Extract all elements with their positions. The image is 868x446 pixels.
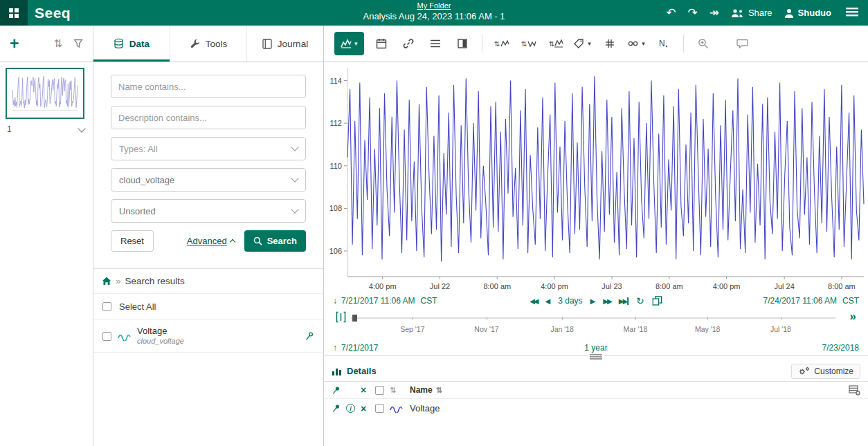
pin-icon[interactable] [305, 331, 314, 341]
copy-range-icon[interactable] [652, 296, 662, 306]
display-range-end[interactable]: 7/24/2017 11:06 AM CST [763, 296, 859, 306]
investigate-duration[interactable]: 1 year [584, 343, 607, 353]
tab-journal[interactable]: Journal [247, 26, 323, 62]
x-tick-label: Jul 24 [774, 282, 794, 290]
investigate-start[interactable]: ↑ 7/21/2017 [333, 343, 378, 353]
table-options-button[interactable] [849, 385, 860, 396]
pin-icon [332, 386, 341, 395]
panel-tabs: Data Tools Journal [93, 26, 323, 62]
reset-button[interactable]: Reset [111, 230, 154, 252]
search-button[interactable]: Search [244, 230, 306, 252]
trend-view-button[interactable]: ▾ [334, 32, 364, 55]
result-item-name[interactable]: Voltage [137, 326, 184, 337]
description-contains-input[interactable] [111, 106, 306, 129]
separate-axes-button[interactable]: ⇅ [519, 32, 539, 55]
row-info-cell[interactable]: i [346, 404, 361, 413]
trend-content: ▾ ⇅ ⇅ ⇅ [324, 26, 868, 446]
name-column-header[interactable]: Name ⇅ [410, 385, 442, 395]
trend-chart-area[interactable]: 1061081101121144:00 pmJul 228:00 am4:00 … [324, 62, 868, 292]
breadcrumb-folder-link[interactable]: My Folder [363, 1, 505, 11]
display-duration[interactable]: 3 days [558, 296, 582, 306]
labels-button[interactable]: ▾ [573, 32, 593, 55]
annotate-button[interactable] [733, 32, 752, 55]
search-results-section: » Search results Select All Voltage clou… [93, 268, 323, 353]
row-pin-cell[interactable] [332, 404, 346, 413]
date-range-button[interactable] [372, 32, 391, 55]
tab-data[interactable]: Data [93, 26, 170, 62]
x-tick-label: 4:00 pm [541, 282, 568, 290]
zoom-button[interactable] [694, 32, 713, 55]
auto-update-icon[interactable]: ↻ [636, 295, 644, 306]
timeline-tick [781, 317, 781, 320]
select-all-checkbox[interactable] [102, 302, 111, 311]
types-select[interactable]: Types: All [111, 137, 306, 160]
timeline-tick-label: Jan '18 [550, 325, 574, 333]
journal-book-icon [262, 39, 272, 49]
single-lane-button[interactable]: ⇅ [546, 32, 566, 55]
timeline-start-handle[interactable] [336, 311, 346, 323]
add-worksheet-button[interactable]: + [10, 36, 19, 52]
types-select-value: Types: All [119, 144, 158, 154]
row-icon-cell [390, 404, 410, 413]
worksheet-chevron-down-icon[interactable] [78, 124, 85, 132]
samples-button[interactable]: ▾ [627, 32, 647, 55]
redo-icon[interactable]: ↷ [687, 7, 697, 19]
result-item[interactable]: Voltage cloud_voltage [93, 320, 323, 353]
single-lane-icon: ⇅ [548, 39, 563, 48]
separate-lanes-button[interactable]: ⇅ [492, 32, 512, 55]
step-back-half-icon[interactable]: ◀ [545, 297, 551, 305]
sort-select[interactable]: Unsorted [111, 199, 306, 223]
step-forward-full-icon[interactable]: ▶▶ [603, 297, 611, 305]
chevron-down-icon: ▾ [588, 41, 591, 47]
search-panel: Data Tools Journal Types: All cloud_volt… [93, 26, 324, 446]
investigate-timeline[interactable]: » Sep '17Nov '17Jan '18Mar '18May '18Jul… [333, 310, 859, 340]
details-table-row[interactable]: i × Voltage [324, 399, 868, 418]
svg-text:⇅: ⇅ [549, 40, 554, 48]
row-checkbox[interactable] [375, 404, 384, 413]
sort-column-header[interactable]: ⇅ [390, 386, 410, 395]
worksheet-thumbnail[interactable] [6, 68, 84, 119]
home-icon[interactable] [102, 277, 111, 286]
select-all-row: Select All [93, 294, 323, 320]
timeline-end-handle[interactable]: » [850, 310, 856, 324]
filter-worksheets-icon[interactable] [73, 39, 83, 48]
step-back-full-icon[interactable]: ◀◀ [530, 297, 537, 305]
splitter-handle-icon[interactable] [588, 353, 604, 361]
report-button[interactable] [453, 32, 472, 55]
timeline-display-window[interactable] [352, 315, 357, 322]
investigate-end[interactable]: 7/23/2018 [822, 343, 859, 353]
app-launcher-button[interactable] [0, 0, 28, 26]
table-view-button[interactable] [426, 32, 445, 55]
row-remove-cell[interactable]: × [361, 404, 375, 414]
trend-series-line[interactable] [347, 76, 864, 261]
hamburger-menu-icon[interactable] [846, 7, 858, 19]
display-range-start[interactable]: ↓ 7/21/2017 11:06 AM CST [333, 296, 437, 306]
step-forward-half-icon[interactable]: ▶ [590, 297, 596, 305]
share-button[interactable]: Share [731, 8, 772, 18]
details-chart-icon [332, 366, 342, 375]
select-all-rows-checkbox[interactable] [375, 386, 384, 395]
step-to-end-icon[interactable]: ▶▶ [619, 297, 629, 305]
customize-button[interactable]: Customize [791, 364, 860, 379]
chevron-down-icon [291, 174, 298, 182]
search-results-header: » Search results [93, 269, 323, 294]
number-format-button[interactable]: N [654, 32, 673, 55]
zoom-in-icon [698, 38, 709, 49]
row-name[interactable]: Voltage [410, 403, 440, 414]
datasource-select[interactable]: cloud_voltage [111, 168, 306, 192]
reorder-worksheets-icon[interactable]: ⇅ [53, 37, 62, 50]
undo-icon[interactable]: ↶ [666, 7, 676, 19]
advanced-link[interactable]: Advanced [187, 236, 235, 246]
name-contains-input[interactable] [111, 75, 306, 98]
panel-splitter[interactable] [324, 355, 868, 361]
gridlines-button[interactable] [600, 32, 620, 55]
pin-column-header[interactable] [332, 386, 346, 395]
remove-column-header[interactable]: × [361, 385, 375, 395]
timeline-track[interactable] [351, 317, 835, 319]
tab-tools[interactable]: Tools [170, 26, 247, 62]
result-item-checkbox[interactable] [102, 332, 111, 341]
link-button[interactable] [399, 32, 418, 55]
thumb-series-line [12, 76, 78, 108]
forward-all-icon[interactable]: ↠ [709, 7, 719, 19]
user-menu[interactable]: Shuduo [784, 8, 831, 18]
